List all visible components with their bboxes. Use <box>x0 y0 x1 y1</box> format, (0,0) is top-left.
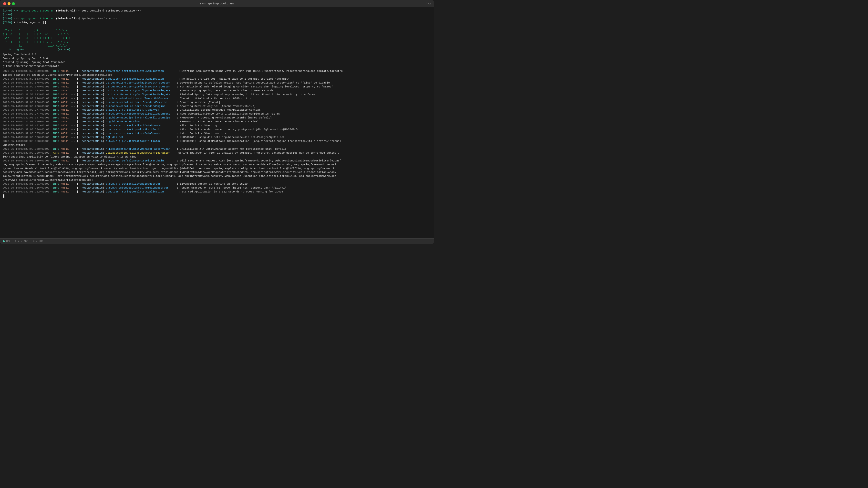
log-line-13: 2023-05-14T03:39:00.370+03:00 INFO 48511… <box>3 120 431 124</box>
spring-created: Created by using 'Spring Boot Template' <box>3 61 431 64</box>
status-percent: 10% <box>6 240 10 242</box>
log-line-11: 2023-05-14T03:39:00.277+03:00 INFO 48511… <box>3 112 431 116</box>
maximize-button[interactable] <box>12 2 15 5</box>
cursor-line <box>3 194 431 198</box>
info-line-4: [INFO] Attaching agents: [] <box>3 21 431 25</box>
log-line-21d: security.web.savedrequest.RequestCacheAw… <box>3 171 431 174</box>
log-line-8: 2023-05-14T03:39:00.250+03:00 INFO 48511… <box>3 101 431 105</box>
log-line-1b: lasses started by tzesh in /Users/tzesh/… <box>3 73 431 77</box>
terminal-body[interactable]: [INFO] <<< spring-boot:3.0.6:run (defaul… <box>0 7 434 238</box>
info-line-2: [INFO] <box>3 13 431 17</box>
window-title: mvn spring-boot:run <box>200 2 234 5</box>
spring-github: github.com/tzesh/SpringBootTemplate <box>3 64 431 68</box>
log-line-7: 2023-05-14T03:39:00.244+03:00 INFO 48511… <box>3 97 431 101</box>
log-line-21e: mousAuthenticationFilter@8284cd6, org.sp… <box>3 174 431 178</box>
status-bar: 10% ↑ 7.2 KB↑ 8.2 kB↑ <box>0 238 434 244</box>
upload-rate: ↑ 7.2 KB↑ <box>15 240 28 242</box>
log-line-21f: urity.web.access.intercept.Authorization… <box>3 178 431 182</box>
log-line-19: 2023-05-14T03:39:00.958+03:00 INFO 48511… <box>3 147 431 151</box>
log-line-4: 2023-05-14T03:38:59.575+03:00 INFO 48511… <box>3 85 431 89</box>
log-line-12: 2023-05-14T03:39:00.347+03:00 INFO 48511… <box>3 116 431 120</box>
spring-powered: Powered by Spring Boot 3.0.6 <box>3 57 431 61</box>
spring-banner: . ____ _ __ _ _ /\\ / ___'_ __ _ _(_)_ _… <box>3 25 431 52</box>
info-line-3: [INFO] --- spring-boot:3.0.6:run (defaul… <box>3 17 431 21</box>
log-line-24: 2023-05-14T03:39:01.722+03:00 INFO 48511… <box>3 190 431 194</box>
traffic-lights[interactable] <box>3 2 15 5</box>
status-indicator <box>3 240 5 242</box>
log-line-15: 2023-05-14T03:39:00.534+03:00 INFO 48511… <box>3 128 431 132</box>
log-line-5: 2023-05-14T03:38:59.913+03:00 INFO 48511… <box>3 89 431 93</box>
log-line-3: 2023-05-14T03:38:59.575+03:00 INFO 48511… <box>3 81 431 85</box>
spring-template-version: Spring Template 0.3.0 <box>3 53 431 57</box>
status-left: 10% <box>3 240 10 242</box>
log-line-18: 2023-05-14T03:39:00.953+03:00 INFO 48511… <box>3 140 431 143</box>
log-line-6: 2023-05-14T03:38:59.943+03:00 INFO 48511… <box>3 93 431 97</box>
keyboard-shortcut: ⌃⌘2 <box>426 2 431 5</box>
log-line-17: 2023-05-14T03:39:00.550+03:00 INFO 48511… <box>3 136 431 140</box>
terminal-window: mvn spring-boot:run ⌃⌘2 [INFO] <<< sprin… <box>0 0 434 244</box>
info-line-1: [INFO] <<< spring-boot:3.0.6:run (defaul… <box>3 9 431 13</box>
log-line-10: 2023-05-14T03:39:00.277+03:00 INFO 48511… <box>3 108 431 112</box>
log-line-23: 2023-05-14T03:39:01.716+03:00 INFO 48511… <box>3 186 431 190</box>
status-download: 8.2 kB↑ <box>33 240 43 242</box>
log-line-21c: ty.web.header.HeaderWriterFilter@6afd954… <box>3 167 431 171</box>
log-line-20: 2023-05-14T03:39:00.330+03:00 WARN 48511… <box>3 151 431 155</box>
log-line-1: 2023-05-14T03:38:59.550+03:00 INFO 48511… <box>3 69 431 73</box>
log-line-14: 2023-05-14T03:39:00.471+03:00 INFO 48511… <box>3 124 431 128</box>
log-line-21b: b9, org.springframework.security.web.con… <box>3 163 431 167</box>
title-bar: mvn spring-boot:run ⌃⌘2 <box>0 0 434 7</box>
log-line-21: 2023-05-14T03:39:01.530+03:00 INFO 48511… <box>3 159 431 163</box>
log-line-9: 2023-05-14T03:39:00.250+03:00 INFO 48511… <box>3 105 431 109</box>
minimize-button[interactable] <box>7 2 10 5</box>
log-line-22: 2023-05-14T03:39:01.701+03:00 INFO 48511… <box>3 182 431 186</box>
log-line-2: 2023-05-14T03:38:59.553+03:00 INFO 48511… <box>3 77 431 81</box>
download-rate: 8.2 kB↑ <box>33 240 43 242</box>
close-button[interactable] <box>3 2 6 5</box>
status-upload: ↑ 7.2 KB↑ <box>15 240 28 242</box>
log-line-18b: .NoJtaPlatform] <box>3 143 431 147</box>
log-line-16: 2023-05-14T03:39:00.535+03:00 INFO 48511… <box>3 132 431 136</box>
log-line-20b: iew rendering. Explicitly configure spri… <box>3 155 431 159</box>
